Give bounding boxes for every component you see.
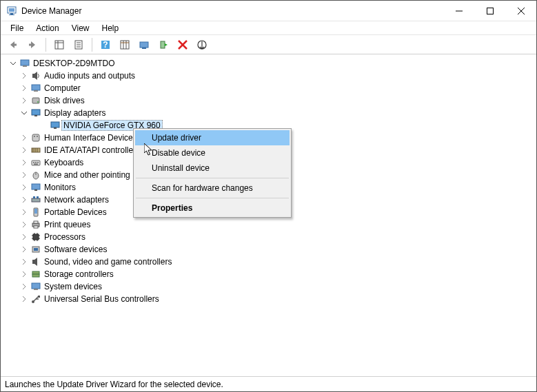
tree-label: Sound, video and game controllers: [42, 256, 174, 267]
svg-rect-78: [32, 283, 40, 289]
help-button[interactable]: ?: [97, 37, 114, 53]
chevron-down-icon[interactable]: [19, 107, 30, 118]
tree-label: Keyboards: [42, 157, 85, 168]
keyboard-icon: [30, 157, 42, 168]
update-driver-button[interactable]: [136, 37, 152, 53]
tree-label: Universal Serial Bus controllers: [42, 293, 161, 305]
menu-file[interactable]: File: [5, 22, 29, 34]
svg-rect-39: [54, 127, 57, 129]
tree-item-display[interactable]: Display adapters: [3, 107, 536, 119]
menu-action[interactable]: Action: [30, 22, 64, 34]
chevron-right-icon[interactable]: [19, 95, 30, 106]
svg-rect-38: [51, 122, 59, 127]
tree-root[interactable]: DESKTOP-2D9MTDO: [3, 57, 536, 70]
tree-item-print[interactable]: Print queues: [3, 218, 536, 231]
chevron-right-icon[interactable]: [19, 256, 30, 267]
tree-root-label: DESKTOP-2D9MTDO: [31, 58, 116, 69]
svg-rect-10: [55, 41, 63, 49]
ctx-update-driver[interactable]: Update driver: [135, 130, 290, 145]
svg-rect-1: [9, 8, 14, 12]
show-hide-tree-button[interactable]: [51, 37, 68, 53]
svg-rect-48: [33, 162, 34, 163]
tree-item-system[interactable]: System devices: [3, 280, 536, 293]
tree-item-usb[interactable]: Universal Serial Bus controllers: [3, 293, 536, 305]
tree-item-software[interactable]: Software devices: [3, 243, 536, 256]
cpu-icon: [30, 231, 42, 243]
tree-item-processors[interactable]: Processors: [3, 231, 536, 243]
scan-button[interactable]: [116, 37, 133, 53]
chevron-right-icon[interactable]: [19, 244, 30, 255]
mouse-icon: [30, 169, 42, 180]
sound-icon: [30, 256, 42, 267]
tree-label: Audio inputs and outputs: [42, 70, 137, 81]
forward-button[interactable]: [24, 37, 41, 53]
chevron-right-icon[interactable]: [19, 169, 30, 180]
chevron-right-icon[interactable]: [19, 182, 30, 193]
chevron-right-icon[interactable]: [19, 269, 30, 280]
svg-rect-79: [34, 289, 38, 290]
chevron-right-icon[interactable]: [19, 293, 30, 305]
properties-button[interactable]: [70, 37, 87, 53]
chevron-right-icon[interactable]: [19, 219, 30, 230]
tree-item-audio[interactable]: Audio inputs and outputs: [3, 70, 536, 82]
svg-rect-5: [487, 8, 493, 14]
svg-rect-50: [37, 162, 39, 163]
chevron-right-icon[interactable]: [19, 281, 30, 292]
disk-icon: [30, 95, 42, 106]
minimize-button[interactable]: [443, 1, 474, 21]
svg-rect-58: [37, 196, 39, 198]
disable-device-button[interactable]: [194, 37, 210, 53]
chevron-right-icon[interactable]: [19, 83, 30, 94]
chevron-right-icon[interactable]: [19, 132, 30, 143]
tree-label: Network adapters: [42, 194, 111, 205]
ctx-uninstall-device[interactable]: Uninstall device: [135, 161, 290, 176]
window-title: Device Manager: [21, 6, 443, 16]
ctx-separator: [136, 178, 289, 178]
svg-rect-19: [121, 41, 129, 49]
tree-item-disk[interactable]: Disk drives: [3, 94, 536, 107]
svg-rect-29: [21, 60, 29, 65]
menu-help[interactable]: Help: [97, 22, 125, 34]
maximize-button[interactable]: [474, 1, 505, 21]
svg-rect-76: [32, 271, 39, 274]
ctx-scan-hardware[interactable]: Scan for hardware changes: [135, 180, 290, 196]
chevron-right-icon[interactable]: [19, 70, 30, 81]
tree-item-storage[interactable]: Storage controllers: [3, 268, 536, 280]
chevron-right-icon[interactable]: [19, 145, 30, 156]
monitor-icon: [30, 182, 42, 193]
titlebar: Device Manager: [1, 1, 536, 21]
chevron-down-icon[interactable]: [8, 58, 19, 69]
system-icon: [30, 281, 42, 292]
ctx-disable-device[interactable]: Disable device: [135, 145, 290, 161]
chevron-right-icon[interactable]: [19, 207, 30, 218]
tree-item-computer[interactable]: Computer: [3, 82, 536, 94]
svg-point-41: [34, 136, 35, 137]
enable-device-button[interactable]: [155, 37, 172, 53]
chevron-right-icon[interactable]: [19, 194, 30, 205]
svg-rect-55: [34, 189, 37, 191]
blank-icon: [38, 120, 49, 131]
chevron-right-icon[interactable]: [19, 231, 30, 243]
computer-icon: [30, 83, 42, 94]
context-menu: Update driver Disable device Uninstall d…: [133, 128, 292, 218]
ctx-properties[interactable]: Properties: [135, 200, 290, 216]
ctx-separator: [136, 198, 289, 198]
svg-rect-2: [10, 13, 13, 14]
window-controls: [443, 1, 536, 21]
chevron-right-icon[interactable]: [19, 157, 30, 168]
menubar: File Action View Help: [1, 21, 536, 35]
hid-icon: [30, 132, 42, 143]
svg-text:?: ?: [103, 40, 108, 50]
network-icon: [30, 194, 42, 205]
tree-label: Monitors: [42, 182, 78, 193]
menu-view[interactable]: View: [66, 22, 95, 34]
tree-label: Storage controllers: [42, 269, 116, 280]
controller-icon: [30, 145, 42, 156]
device-manager-window: Device Manager File Action View Help: [0, 0, 537, 392]
uninstall-device-button[interactable]: [174, 37, 191, 53]
back-button[interactable]: [5, 37, 21, 53]
svg-rect-24: [142, 48, 146, 49]
tree-item-sound[interactable]: Sound, video and game controllers: [3, 256, 536, 268]
status-bar: Launches the Update Driver Wizard for th…: [1, 376, 536, 391]
close-button[interactable]: [505, 1, 536, 21]
